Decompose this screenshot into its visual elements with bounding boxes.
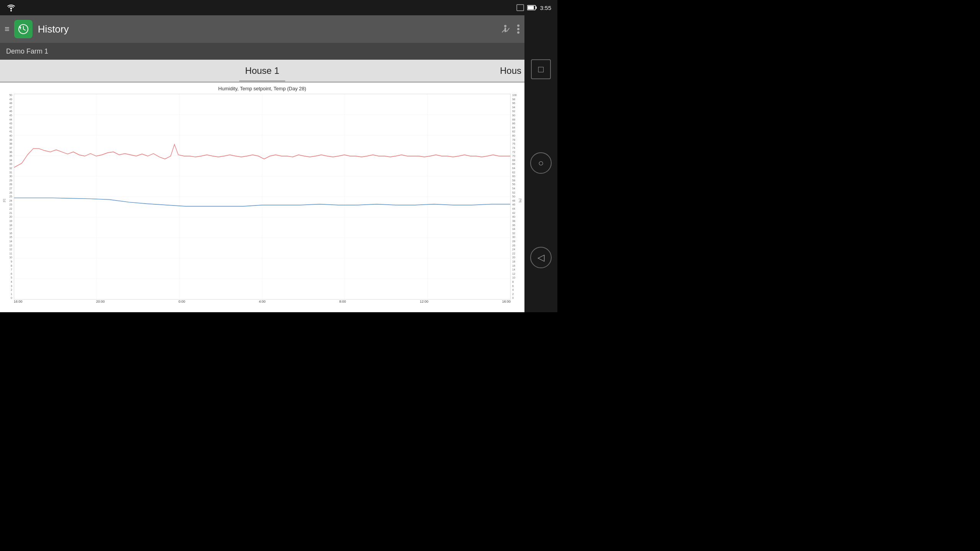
y-axis-left: 5049484746454443424140393837363534333231… [2,94,14,300]
y-right-label: 6 [512,285,514,287]
status-bar: 3:55 [0,0,557,15]
y-left-label: 40 [9,134,12,137]
y-right-label: 52 [512,191,515,194]
y-left-label: 2 [11,289,12,291]
y-right-label: 64 [512,167,515,170]
y-right-label: 92 [512,110,515,112]
y-left-label: 11 [9,252,12,255]
y-right-label: 80 [512,134,515,137]
y-left-label: 34 [9,159,12,161]
y-right-label: 74 [512,147,515,149]
house-title-right: Hous [500,65,524,76]
status-bar-left [6,4,18,11]
y-right-label: 68 [512,159,515,161]
y-left-label: 15 [9,236,12,238]
app-bar: ≡ History [0,15,524,43]
y-right-label: 58 [512,179,515,182]
y-right-label: 20 [512,256,515,259]
x-axis-label: 8:00 [339,300,346,303]
x-axis-label: 16:00 [14,300,23,303]
y-right-label: 76 [512,142,515,145]
y-left-label: 44 [9,118,12,121]
menu-icon[interactable]: ≡ [5,24,10,34]
circle-icon: ○ [538,158,544,168]
y-left-label: 17 [9,228,12,230]
x-axis-label: 4:00 [259,300,266,303]
back-nav-button[interactable]: ◁ [530,247,552,268]
unit-left: [C] [3,199,5,202]
y-axis-right: 1009896949290888684828078767472706866646… [511,94,523,300]
y-right-label: 42 [512,212,515,214]
x-axis-label: 20:00 [96,300,105,303]
y-left-label: 41 [9,130,12,133]
y-left-label: 1 [11,293,12,295]
y-left-label: 37 [9,147,12,149]
y-right-label: 62 [512,171,515,174]
x-axis-label: 16:00 [502,300,511,303]
y-left-label: 23 [9,203,12,206]
y-right-label: 16 [512,264,515,267]
y-left-label: 19 [9,220,12,222]
circle-nav-button[interactable]: ○ [530,152,552,174]
y-left-label: 48 [9,102,12,104]
y-left-label: 0 [11,297,12,299]
chart-inner: 5049484746454443424140393837363534333231… [2,94,523,307]
y-right-label: 2 [512,293,514,295]
y-left-label: 26 [9,191,12,194]
y-left-label: 13 [9,244,12,247]
y-right-label: 66 [512,163,515,165]
y-right-label: 70 [512,155,515,157]
svg-point-6 [504,25,506,27]
y-right-label: 78 [512,139,515,141]
y-right-label: 84 [512,126,515,129]
y-left-label: 33 [9,163,12,165]
svg-point-0 [10,10,12,11]
y-right-label: 86 [512,122,515,125]
y-left-label: 29 [9,179,12,182]
chart-plot [14,94,511,300]
y-right-label: 10 [512,276,515,279]
svg-rect-4 [528,6,534,10]
y-right-label: 30 [512,236,515,238]
y-left-label: 14 [9,240,12,243]
chart-container: Humidity, Temp setpoint, Temp (Day 28) 5… [0,83,524,312]
y-right-label: 0 [512,297,514,299]
svg-rect-3 [536,7,537,9]
y-left-label: 9 [11,260,12,263]
house-title: House 1 [245,65,279,76]
y-left-label: 3 [11,285,12,287]
history-clock-icon [18,23,29,35]
square-nav-button[interactable]: □ [531,59,551,79]
content-area: House 1 Hous Humidity, Temp setpoint, Te… [0,60,524,312]
more-options-icon[interactable] [517,24,520,34]
y-right-label: 12 [512,272,515,275]
wifi-icon [6,4,16,11]
y-right-label: 38 [512,220,515,222]
x-axis-label: 0:00 [178,300,185,303]
y-left-label: 47 [9,106,12,109]
house-header: House 1 Hous [0,60,524,83]
y-right-label: 60 [512,175,515,178]
y-left-label: 35 [9,155,12,157]
y-left-label: 42 [9,126,12,129]
y-left-label: 38 [9,142,12,145]
y-right-label: 28 [512,240,515,243]
status-time: 3:55 [540,5,551,11]
y-right-label: 100 [512,94,517,96]
app-icon [14,20,33,38]
app-bar-actions [500,24,520,34]
y-left-label: 36 [9,151,12,153]
y-right-label: 18 [512,260,515,263]
info-chart-icon[interactable] [500,24,511,34]
y-left-label: 12 [9,248,12,251]
y-right-label: 48 [512,199,515,202]
y-right-label: 26 [512,244,515,247]
y-left-label: 7 [11,268,12,271]
y-left-label: 25 [9,195,12,198]
y-left-label: 32 [9,167,12,170]
y-right-label: 14 [512,268,515,271]
y-left-label: 21 [9,212,12,214]
y-left-label: 49 [9,98,12,101]
y-right-label: 34 [512,228,515,230]
sub-bar: Demo Farm 1 [0,43,524,60]
